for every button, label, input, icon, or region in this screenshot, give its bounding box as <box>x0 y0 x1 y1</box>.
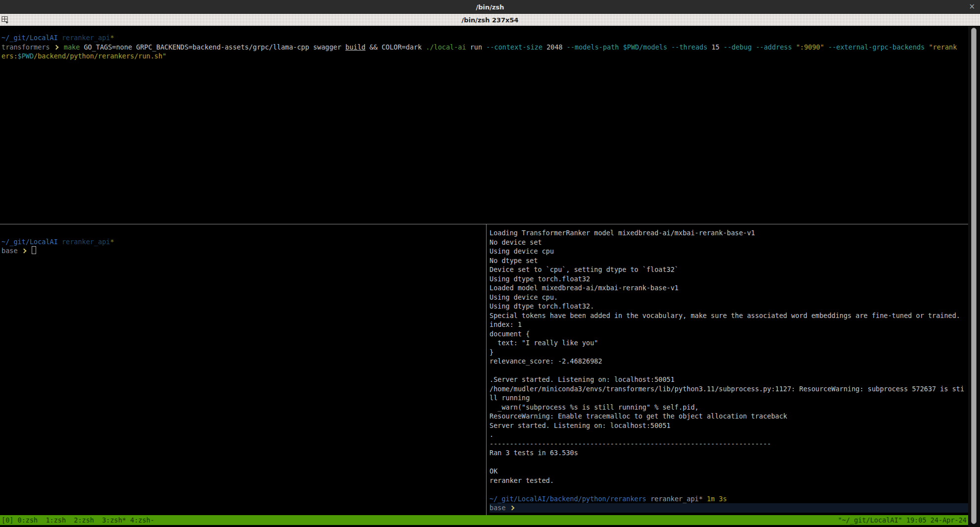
terminal-text: reranker tested. <box>490 476 554 484</box>
terminal-line: document { <box>490 329 971 339</box>
terminal-text: ~/_git/LocalAI/backend/python/rerankers <box>490 495 646 503</box>
terminal-text <box>646 495 650 503</box>
terminal-text: Using dtype torch.float32. <box>490 302 594 310</box>
tmux-window-list[interactable]: [0] 0:zsh 1:zsh 2:zsh 3:zsh* 4:zsh- <box>1 516 154 524</box>
terminal-text: ./local-ai <box>426 43 466 51</box>
terminal-line: ----------------------------------------… <box>490 439 971 449</box>
tmux-status-bar: [0] 0:zsh 1:zsh 2:zsh 3:zsh* 4:zsh- "~/_… <box>0 515 968 525</box>
terminal-line: Server started. Listening on: localhost:… <box>490 421 971 430</box>
terminal-text: --address <box>756 43 792 51</box>
terminal-line: ~/_git/LocalAI/backend/python/rerankers … <box>490 494 971 504</box>
terminal-line <box>1 228 487 237</box>
pane-divider-vertical-icon[interactable] <box>486 224 487 515</box>
terminal-text: --context-size <box>486 43 542 51</box>
terminal-line: Loaded model mixedbread-ai/mxbai-rerank-… <box>490 283 971 293</box>
terminal-line: Using device cpu <box>490 247 971 256</box>
terminal-text: make <box>64 43 84 51</box>
terminal-text: index: 1 <box>490 320 522 328</box>
terminal-line: transformers make GO_TAGS=none GRPC_BACK… <box>1 43 970 52</box>
terminal-text: ~/_git/LocalAI <box>1 238 58 246</box>
terminal-text: No device set <box>490 238 542 246</box>
terminal-line: index: 1 <box>490 320 971 329</box>
terminal-text <box>58 34 62 42</box>
pane-top[interactable]: ~/_git/LocalAI reranker_api*transformers… <box>0 26 970 231</box>
terminal-text: reranker_api* <box>650 495 703 503</box>
terminal-text: ":9090" <box>796 43 824 51</box>
terminal-line: Using dtype torch.float32. <box>490 302 971 311</box>
terminal-text: --threads <box>671 43 707 51</box>
terminal-line: Using dtype torch.float32 <box>490 274 971 284</box>
terminal-line: ~/_git/LocalAI reranker_api* <box>1 33 970 43</box>
terminal-line: _warn("subprocess %s is still running" %… <box>490 403 971 412</box>
terminal-text <box>619 43 623 51</box>
terminal-line: } <box>490 348 971 357</box>
terminal-text: ll running <box>490 394 530 402</box>
terminal-text: $PWD <box>18 52 34 60</box>
terminal-text: Ran 3 tests in 63.530s <box>490 449 578 457</box>
terminal-text: . <box>490 430 493 438</box>
terminal-text <box>752 43 756 51</box>
terminal-text: _warn("subprocess %s is still running" %… <box>490 403 699 411</box>
terminal-line: base <box>1 246 487 256</box>
scrollbar-thumb[interactable] <box>971 28 977 524</box>
tmux-status-right: "~/_git/LocalAI" 19:05 24-Apr-24 <box>838 516 967 524</box>
terminal-text: Loading TransformerRanker model mixedbre… <box>490 229 755 237</box>
terminal-text: reranker_api <box>62 238 110 246</box>
terminal-text <box>792 43 796 51</box>
terminal-text: base <box>1 247 22 255</box>
window-title: /bin/zsh <box>476 3 504 11</box>
terminal-text: } <box>490 348 493 356</box>
terminal-text: Using device cpu. <box>490 293 558 301</box>
terminal-line: base <box>490 503 971 513</box>
terminal-line: Device set to `cpu`, setting dtype to `f… <box>490 265 971 274</box>
pane-bottom-right[interactable]: Loading TransformerRanker model mixedbre… <box>487 224 971 519</box>
prompt-chevron-icon <box>509 506 514 511</box>
terminal-text: OK <box>490 467 497 475</box>
terminal-line: reranker tested. <box>490 476 971 485</box>
terminal-line: No dtype set <box>490 256 971 265</box>
terminal-text: Loaded model mixedbread-ai/mxbai-rerank-… <box>490 284 679 292</box>
terminal-text <box>667 43 671 51</box>
window-layout-icon[interactable] <box>1 16 10 24</box>
terminal-text: Server started. Listening on: localhost:… <box>490 422 671 429</box>
terminal-text: Special tokens have been added in the vo… <box>490 312 960 319</box>
terminal-text: --debug <box>724 43 752 51</box>
terminal-text: transformers <box>1 43 54 51</box>
prompt-chevron-icon <box>21 249 26 254</box>
terminal-line: Using device cpu. <box>490 293 971 302</box>
window-titlebar[interactable]: /bin/zsh × <box>0 0 980 14</box>
terminal-line: ll running <box>490 393 971 403</box>
terminal-text <box>58 238 62 246</box>
terminal-text: run <box>466 43 487 51</box>
terminal-text: build <box>345 43 366 51</box>
terminal-line: .Server started. Listening on: localhost… <box>490 375 971 384</box>
terminal-text: Using device cpu <box>490 247 554 255</box>
tab-bar: /bin/zsh 237x54 <box>0 14 980 26</box>
terminal-line <box>490 485 971 494</box>
terminal-text <box>703 495 707 503</box>
terminal-text <box>28 247 32 255</box>
terminal-text: "rerank <box>929 43 957 51</box>
terminal-line: Special tokens have been added in the vo… <box>490 311 971 320</box>
terminal-line: Ran 3 tests in 63.530s <box>490 448 971 458</box>
terminal-text: ers: <box>1 52 18 60</box>
terminal-text: --external-grpc-backends <box>828 43 925 51</box>
terminal-text: Using dtype torch.float32 <box>490 275 590 283</box>
terminal-text: ResourceWarning: Enable tracemalloc to g… <box>490 412 787 420</box>
terminal-text: * <box>110 238 114 246</box>
terminal-line: relevance_score: -2.46826982 <box>490 357 971 366</box>
terminal-text: text: "I really like you" <box>490 339 598 347</box>
terminal-text: Device set to `cpu`, setting dtype to `f… <box>490 265 679 273</box>
close-icon[interactable]: × <box>969 2 975 11</box>
terminal-text: document { <box>490 330 530 338</box>
terminal-line: ResourceWarning: Enable tracemalloc to g… <box>490 412 971 421</box>
terminal-line <box>490 366 971 375</box>
terminal-text: relevance_score: -2.46826982 <box>490 357 602 365</box>
prompt-chevron-icon <box>53 45 58 50</box>
terminal-line: OK <box>490 467 971 476</box>
tab-title: /bin/zsh 237x54 <box>461 16 518 24</box>
pane-bottom-left[interactable]: ~/_git/LocalAI reranker_api*base <box>0 224 487 519</box>
terminal-text: $PWD/models <box>623 43 667 51</box>
scrollbar-track[interactable] <box>968 26 980 527</box>
terminal-text: .Server started. Listening on: localhost… <box>490 375 675 383</box>
